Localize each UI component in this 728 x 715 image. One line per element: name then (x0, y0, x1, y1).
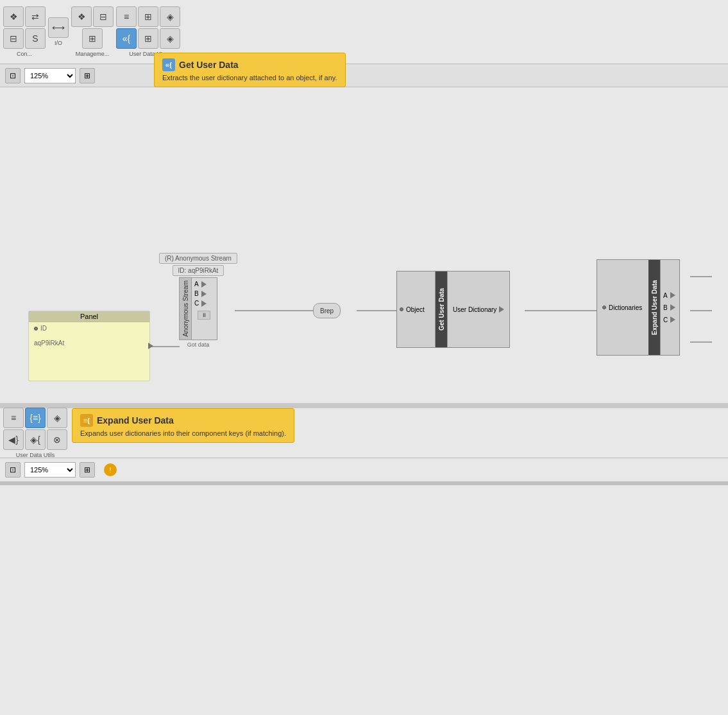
panel-node-top: Panel ID aqP9iRkAt (28, 311, 150, 381)
expand-node-top: Dictionaries Expand User Data A B C (597, 259, 680, 356)
toolbar-btn-manage2[interactable]: ⊟ (93, 6, 114, 27)
panel-port-id-label: ID (40, 325, 47, 332)
top-toolbar: ❖ ⇄ ⊟ S Con... ⟷ I/O ❖ ⊟ ⊞ Manageme... ≡… (0, 0, 728, 64)
bottom-canvas: (R) Anonymous Stream ID: aqP9iRkAt Anony… (0, 485, 728, 715)
panel-left-port (34, 327, 38, 331)
gud-left-top: Object (397, 271, 436, 347)
mid-zoom-frame-btn[interactable]: ⊞ (80, 462, 95, 478)
toolbar-btn-mgmt2[interactable]: S (25, 28, 46, 49)
gud-output-arrow (499, 306, 504, 313)
expand-a-port: A (663, 292, 677, 299)
toolbar-btn-ud2[interactable]: ⊞ (138, 6, 158, 27)
anon-stream-label-top: Anonymous Stream (179, 277, 192, 340)
expand-dict-port: Dictionaries (602, 304, 643, 311)
expand-b-arrow (670, 304, 675, 311)
port-c-arrow (201, 300, 207, 307)
expand-left-top: Dictionaries (597, 260, 648, 355)
toolbar-group-manage: ❖ ⊟ ⊞ Manageme... (71, 6, 114, 57)
anon-stream-header2-top: ID: aqP9iRkAt (173, 265, 224, 276)
port-a-arrow (201, 281, 207, 288)
mid-toolbar-group: ≡ {≡} ◈ ◀} ◈{ ⊗ User Data Utils (3, 408, 67, 458)
gud-center-label-top: Get User Data (436, 271, 447, 347)
toolbar-btn-params[interactable]: ❖ (3, 6, 24, 27)
toolbar-label-io: I/O (55, 40, 62, 46)
toolbar-btn-manage3[interactable]: ⊞ (82, 28, 103, 49)
gud-right-top: User Dictionary (447, 271, 509, 347)
expand-c-arrow (670, 316, 675, 323)
got-data-label-top: Got data (187, 341, 210, 348)
tooltip-title-text: Get User Data (179, 60, 239, 70)
expand-center-label-top: Expand User Data (648, 260, 660, 355)
expand-c-port: C (663, 316, 677, 323)
mid-btn-5[interactable]: ◈{ (25, 429, 46, 450)
port-c-top: C (194, 300, 214, 307)
panel-right-port (148, 343, 153, 349)
expand-a-arrow (670, 292, 675, 298)
expand-a-label: A (663, 292, 668, 299)
mid-zoom-select[interactable]: 125% 100% (24, 462, 76, 478)
expand-dict-label: Dictionaries (609, 304, 642, 311)
mid-toolbar-label: User Data Utils (16, 452, 55, 458)
zoom-frame-btn[interactable]: ⊞ (80, 68, 95, 83)
toolbar-group-io: ⟷ I/O (48, 17, 69, 46)
toolbar-btn-ud3[interactable]: ◈ (160, 6, 180, 27)
get-user-data-node-top: Object Get User Data User Dictionary (396, 271, 510, 348)
mid-zoom-fit-btn[interactable]: ⊡ (5, 462, 21, 478)
port-c-label: C (194, 300, 199, 307)
mid-zoom-bar: ⊡ 125% 100% ⊞ ! (0, 458, 728, 481)
toolbar-btn-ud5[interactable]: ⊞ (138, 28, 158, 49)
mid-btn-2-active[interactable]: {≡} (25, 408, 46, 428)
toolbar-btn-mgmt1[interactable]: ⊟ (3, 28, 24, 49)
tooltip-desc: Extracts the user dictionary attached to… (162, 74, 337, 82)
toolbar-btn-ud1[interactable]: ≡ (116, 6, 137, 27)
tooltip-icon: «{ (162, 58, 175, 71)
gud-object-port: Object (400, 306, 432, 313)
toolbar-label-manage: Manageme... (76, 51, 110, 57)
toolbar-btn-ud4-active[interactable]: «{ (116, 28, 137, 49)
top-canvas: (R) Anonymous Stream ID: aqP9iRkAt Anony… (0, 87, 728, 408)
toolbar-btn-io[interactable]: ⇄ (25, 6, 46, 27)
expand-tooltip-icon: ≡{ (80, 414, 93, 427)
middle-toolbar-area: ≡ {≡} ◈ ◀} ◈{ ⊗ User Data Utils ≡{ Expan… (0, 408, 728, 485)
zoom-fit-btn[interactable]: ⊡ (5, 68, 21, 83)
gud-output-port: User Dictionary (453, 306, 504, 313)
port-b-arrow (201, 291, 207, 297)
gud-object-label: Object (406, 306, 425, 313)
mid-btn-4[interactable]: ◀} (3, 429, 24, 450)
toolbar-btn-ud6[interactable]: ◈ (160, 28, 180, 49)
expand-dict-dot (602, 306, 606, 309)
mid-btn-3[interactable]: ◈ (47, 408, 67, 428)
wire-layer-bottom (0, 485, 728, 715)
brep-node-top: Brep (313, 303, 341, 318)
pause-btn-top[interactable]: ⏸ (198, 311, 210, 320)
get-user-data-tooltip: «{ Get User Data Extracts the user dicti… (154, 53, 346, 87)
expand-tooltip-title-text: Expand User Data (97, 415, 174, 426)
toolbar-group-userdata: ≡ ⊞ ◈ «{ ⊞ ◈ User Data Ut... (116, 6, 180, 57)
expand-right-top: A B C (660, 260, 679, 355)
gud-object-dot (400, 307, 403, 311)
panel-header-top: Panel (29, 311, 149, 322)
brep-label-top: Brep (320, 307, 334, 314)
toolbar-btn-io2[interactable]: ⟷ (48, 17, 69, 38)
mid-btn-6[interactable]: ⊗ (47, 429, 67, 450)
top-zoom-bar: ⊡ 125% 100% 75% ⊞ (0, 64, 728, 87)
port-b-top: B (194, 290, 214, 297)
panel-content-top: aqP9iRkAt (29, 334, 149, 352)
anon-stream-node-top: (R) Anonymous Stream ID: aqP9iRkAt Anony… (159, 253, 237, 348)
expand-b-port: B (663, 304, 677, 311)
port-a-top: A (194, 280, 214, 288)
mid-btn-1[interactable]: ≡ (3, 408, 24, 428)
gud-output-label: User Dictionary (453, 306, 496, 313)
expand-tooltip-title: ≡{ Expand User Data (80, 414, 286, 427)
toolbar-btn-manage1[interactable]: ❖ (71, 6, 92, 27)
expand-c-label: C (663, 316, 668, 323)
mid-indicator-btn[interactable]: ! (104, 463, 117, 476)
anon-stream-ports-top: A B C ⏸ (192, 277, 217, 340)
expand-tooltip-desc: Expands user dictionaries into their com… (80, 429, 286, 437)
tooltip-title: «{ Get User Data (162, 58, 337, 71)
toolbar-label-con: Con... (17, 51, 32, 57)
expand-b-label: B (663, 304, 668, 311)
anon-stream-header1-top: (R) Anonymous Stream (159, 253, 237, 264)
zoom-select[interactable]: 125% 100% 75% (24, 68, 76, 83)
mid-toolbar: ≡ {≡} ◈ ◀} ◈{ ⊗ User Data Utils ≡{ Expan… (0, 408, 728, 458)
